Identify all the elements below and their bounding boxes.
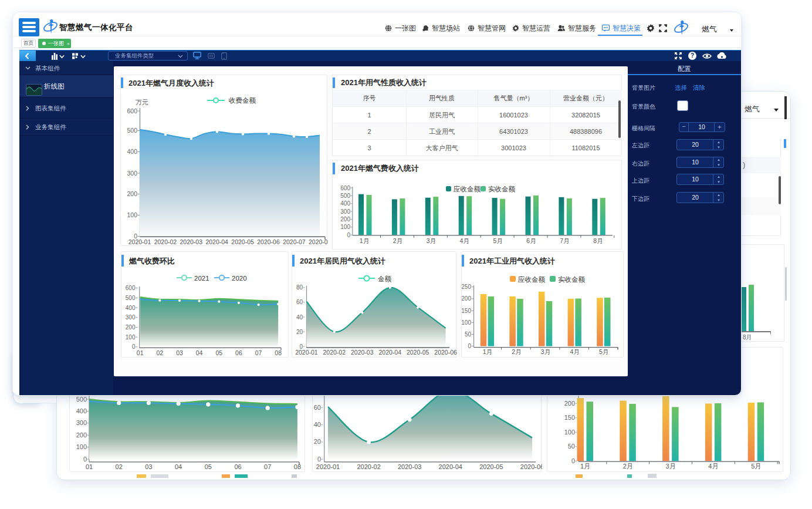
svg-text:2020-01: 2020-01 [295,349,318,356]
svg-text:200: 200 [126,324,136,331]
svg-text:2020-02: 2020-02 [323,349,346,356]
svg-text:20: 20 [314,438,321,445]
svg-text:02: 02 [156,349,163,356]
svg-text:100: 100 [564,429,575,436]
svg-text:2020: 2020 [232,275,247,282]
svg-text:100: 100 [126,334,136,341]
svg-text:100: 100 [76,443,87,450]
svg-text:2020-01: 2020-01 [316,463,340,470]
svg-text:03: 03 [176,349,183,356]
svg-text:1月: 1月 [580,463,590,470]
svg-text:2020-05: 2020-05 [479,463,503,470]
svg-text:500: 500 [126,295,136,301]
svg-text:60: 60 [296,299,303,305]
svg-text:200: 200 [462,295,471,302]
svg-text:100: 100 [127,211,137,218]
svg-text:40: 40 [314,421,321,428]
svg-text:2月: 2月 [393,237,402,244]
svg-text:50: 50 [465,331,472,338]
svg-text:300: 300 [127,170,137,177]
svg-text:2021: 2021 [194,275,209,282]
svg-text:2020-07: 2020-07 [283,238,306,245]
svg-text:2020-05: 2020-05 [231,238,254,245]
svg-text:1月: 1月 [483,348,492,355]
svg-text:250: 250 [462,284,471,290]
svg-text:06: 06 [234,463,241,470]
svg-text:2020-06: 2020-06 [520,463,542,470]
svg-text:05: 05 [215,349,222,356]
svg-text:收费金额: 收费金额 [229,97,256,104]
svg-text:3月: 3月 [541,348,550,355]
svg-text:200: 200 [127,190,137,197]
svg-text:01: 01 [137,349,144,356]
svg-text:2月: 2月 [623,463,633,470]
svg-text:2020-02: 2020-02 [154,238,177,245]
svg-text:2020-04: 2020-04 [205,238,228,245]
svg-text:4月: 4月 [708,463,718,470]
svg-text:150: 150 [564,414,575,421]
svg-text:应收金额: 应收金额 [454,186,481,193]
svg-text:08: 08 [275,349,282,356]
svg-text:80: 80 [296,284,303,291]
svg-text:2020-02: 2020-02 [357,463,380,470]
svg-text:150: 150 [462,308,471,314]
svg-text:50: 50 [568,443,575,450]
svg-text:2020-08: 2020-08 [309,238,328,245]
svg-text:2020-04: 2020-04 [439,463,462,470]
svg-text:应收金额: 应收金额 [518,276,546,283]
svg-text:200: 200 [564,400,575,407]
svg-text:06: 06 [235,349,242,356]
svg-text:0: 0 [571,457,575,464]
svg-text:04: 04 [175,463,182,470]
svg-text:4月: 4月 [570,348,579,355]
svg-text:300: 300 [126,314,136,321]
svg-text:500: 500 [127,127,137,134]
svg-text:60: 60 [314,404,321,411]
svg-text:6月: 6月 [526,237,536,244]
svg-text:400: 400 [340,200,350,207]
svg-text:8月: 8月 [593,237,603,244]
svg-text:2020-01: 2020-01 [128,238,151,245]
svg-text:0: 0 [132,343,136,350]
svg-text:02: 02 [116,463,123,470]
svg-text:07: 07 [264,463,271,470]
svg-text:4月: 4月 [460,237,469,244]
svg-text:400: 400 [76,407,87,414]
svg-text:2020-06: 2020-06 [257,238,280,245]
svg-text:7月: 7月 [560,237,569,244]
svg-text:100: 100 [462,319,471,326]
svg-text:600: 600 [340,185,350,191]
svg-text:600: 600 [127,107,137,114]
svg-text:04: 04 [196,349,203,356]
svg-text:2020-03: 2020-03 [180,238,203,245]
svg-text:200: 200 [76,432,87,439]
svg-text:2020-03: 2020-03 [398,463,421,470]
svg-text:100: 100 [340,224,350,230]
svg-text:实收金额: 实收金额 [488,186,516,193]
svg-text:2020-03: 2020-03 [351,349,374,356]
svg-text:2020-06: 2020-06 [434,349,457,356]
svg-text:400: 400 [127,148,137,155]
svg-text:300: 300 [76,419,87,426]
svg-text:5月: 5月 [751,463,761,470]
svg-text:40: 40 [296,314,303,321]
svg-text:03: 03 [145,463,152,470]
svg-text:3月: 3月 [427,237,436,244]
svg-text:0: 0 [317,456,321,463]
svg-text:08: 08 [294,463,301,470]
svg-text:万元: 万元 [136,99,148,106]
svg-text:0: 0 [83,456,87,463]
svg-text:2月: 2月 [512,348,521,355]
svg-text:01: 01 [86,463,93,470]
svg-text:05: 05 [205,463,212,470]
svg-text:5月: 5月 [493,237,502,244]
svg-text:500: 500 [340,193,350,199]
svg-text:200: 200 [340,216,350,223]
svg-text:实收金额: 实收金额 [558,276,586,283]
svg-text:3月: 3月 [666,463,676,470]
svg-text:500: 500 [76,396,87,403]
svg-text:0: 0 [347,232,350,238]
svg-text:600: 600 [126,285,136,291]
svg-text:金额: 金额 [378,275,392,282]
svg-text:2020-05: 2020-05 [407,349,429,356]
